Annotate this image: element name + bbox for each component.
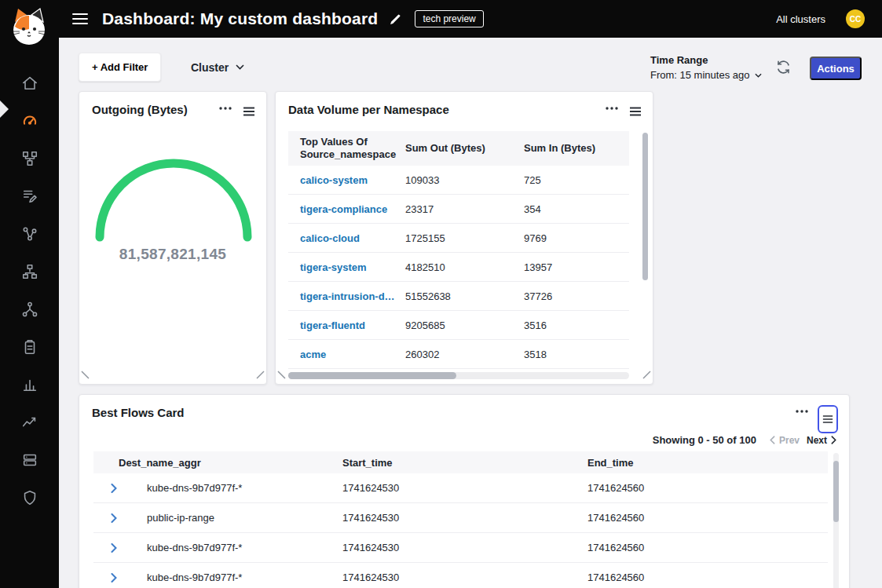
table-row: acme 260302 3518 bbox=[288, 340, 629, 369]
table-row: public-ip-range 1741624530 1741624560 bbox=[93, 503, 828, 533]
resize-handle-icon[interactable] bbox=[642, 368, 651, 382]
chevron-left-icon bbox=[770, 436, 775, 444]
horizontal-scrollbar[interactable] bbox=[288, 372, 456, 379]
workloads-icon[interactable] bbox=[0, 253, 59, 290]
topology-icon[interactable] bbox=[0, 140, 59, 177]
table-row: kube-dns-9b7d977f-* 1741624530 174162456… bbox=[93, 533, 828, 563]
drag-handle-icon[interactable] bbox=[818, 405, 838, 433]
page-title: Dashboard: My custom dashboard bbox=[102, 9, 378, 28]
edit-pencil-icon[interactable] bbox=[389, 13, 402, 26]
drag-handle-icon[interactable] bbox=[243, 107, 255, 116]
flows-table: Dest_name_aggr Start_time End_time kube-… bbox=[93, 451, 828, 588]
sum-in-value: 3518 bbox=[524, 349, 629, 360]
table-row: calico-system 109033 725 bbox=[288, 166, 629, 195]
time-range-dropdown[interactable]: From: 15 minutes ago bbox=[650, 69, 762, 81]
sum-in-value: 3516 bbox=[524, 320, 629, 331]
sum-in-value: 9769 bbox=[524, 232, 629, 244]
prev-label: Prev bbox=[779, 435, 800, 446]
table-row: kube-dns-9b7d977f-* 1741624530 174162456… bbox=[93, 563, 828, 588]
table-row: tigera-intrusion-d… 51552638 37726 bbox=[288, 282, 629, 311]
home-icon[interactable] bbox=[0, 64, 59, 102]
sum-in-value: 13957 bbox=[524, 261, 629, 273]
namespace-link[interactable]: calico-system bbox=[288, 174, 405, 186]
namespace-table: Top Values Of Source_namespace Sum Out (… bbox=[288, 131, 629, 369]
sum-out-value: 4182510 bbox=[405, 261, 524, 273]
column-header: Start_time bbox=[342, 457, 587, 469]
time-range-block: Time Range From: 15 minutes ago bbox=[650, 54, 762, 81]
table-row: calico-cloud 1725155 9769 bbox=[288, 224, 629, 253]
sum-out-value: 23317 bbox=[405, 203, 524, 215]
cluster-selector[interactable]: All clusters bbox=[776, 13, 825, 25]
expand-chevron-icon[interactable] bbox=[93, 484, 147, 493]
start-time: 1741624530 bbox=[342, 572, 587, 583]
namespace-link[interactable]: tigera-compliance bbox=[288, 203, 405, 215]
menu-icon[interactable] bbox=[72, 13, 88, 24]
resize-handle-icon[interactable] bbox=[277, 368, 286, 382]
column-header: End_time bbox=[587, 457, 828, 469]
security-shield-icon[interactable] bbox=[0, 479, 59, 517]
drag-handle-icon[interactable] bbox=[629, 107, 642, 116]
horizontal-scrollbar-track bbox=[288, 372, 629, 379]
resize-handle-icon[interactable] bbox=[256, 368, 265, 382]
gauge-chart bbox=[91, 153, 256, 249]
refresh-icon[interactable] bbox=[775, 59, 792, 79]
policies-icon[interactable] bbox=[0, 177, 59, 215]
prev-button[interactable]: Prev bbox=[770, 435, 800, 446]
data-volume-card: Data Volume per Namespace Top Values Of … bbox=[275, 91, 653, 385]
sum-out-value: 9205685 bbox=[405, 320, 524, 331]
chevron-right-icon bbox=[831, 436, 836, 444]
vertical-scrollbar[interactable] bbox=[833, 461, 839, 522]
cluster-filter-dropdown[interactable]: Cluster bbox=[181, 53, 254, 82]
calico-cat-logo[interactable] bbox=[9, 5, 49, 53]
dashboard-gauge-icon[interactable] bbox=[0, 102, 59, 140]
table-row: kube-dns-9b7d977f-* 1741624530 174162456… bbox=[93, 473, 828, 503]
card-title: Outgoing (Bytes) bbox=[92, 103, 208, 116]
end-time: 1741624560 bbox=[587, 542, 828, 553]
next-button[interactable]: Next bbox=[807, 435, 836, 446]
more-menu-icon[interactable] bbox=[796, 410, 808, 413]
pagination-status: Showing 0 - 50 of 100 bbox=[653, 434, 756, 446]
more-menu-icon[interactable] bbox=[219, 107, 232, 110]
add-filter-button[interactable]: + Add Filter bbox=[79, 53, 161, 82]
avatar[interactable]: CC bbox=[846, 9, 865, 28]
column-header: Dest_name_aggr bbox=[93, 457, 342, 469]
sum-out-value: 109033 bbox=[405, 174, 524, 186]
namespace-link[interactable]: tigera-intrusion-d… bbox=[288, 290, 405, 302]
sidebar bbox=[0, 0, 59, 588]
table-row: tigera-compliance 23317 354 bbox=[288, 195, 629, 224]
card-title: Best Flows Card bbox=[92, 406, 785, 419]
best-flows-card: Best Flows Card Showing 0 - 50 of 100 Pr… bbox=[79, 394, 850, 588]
vertical-scrollbar[interactable] bbox=[642, 133, 648, 280]
column-header: Top Values Of Source_namespace bbox=[288, 136, 405, 162]
more-menu-icon[interactable] bbox=[606, 107, 618, 110]
namespace-link[interactable]: acme bbox=[288, 349, 405, 360]
table-header: Dest_name_aggr Start_time End_time bbox=[93, 451, 828, 473]
namespace-link[interactable]: tigera-fluentd bbox=[288, 320, 405, 331]
resize-handle-icon[interactable] bbox=[81, 368, 90, 382]
actions-button[interactable]: Actions bbox=[810, 57, 862, 80]
expand-chevron-icon[interactable] bbox=[93, 573, 147, 583]
cluster-tree-icon[interactable] bbox=[0, 290, 59, 328]
bar-chart-icon[interactable] bbox=[0, 366, 59, 404]
expand-chevron-icon[interactable] bbox=[93, 513, 147, 523]
main-content: + Add Filter Cluster Time Range From: 15… bbox=[59, 38, 882, 588]
time-range-value: From: 15 minutes ago bbox=[650, 69, 749, 81]
service-graph-icon[interactable] bbox=[0, 215, 59, 253]
time-range-label: Time Range bbox=[650, 54, 762, 66]
compliance-clipboard-icon[interactable] bbox=[0, 328, 59, 366]
start-time: 1741624530 bbox=[342, 542, 587, 553]
column-header: Sum Out (Bytes) bbox=[405, 142, 524, 155]
column-header: Sum In (Bytes) bbox=[524, 142, 629, 155]
namespace-link[interactable]: tigera-system bbox=[288, 261, 405, 273]
sum-out-value: 1725155 bbox=[405, 232, 524, 244]
end-time: 1741624560 bbox=[587, 572, 828, 583]
storage-icon[interactable] bbox=[0, 441, 59, 479]
next-label: Next bbox=[807, 435, 827, 446]
namespace-link[interactable]: calico-cloud bbox=[288, 232, 405, 244]
expand-chevron-icon[interactable] bbox=[93, 543, 147, 553]
trend-chart-icon[interactable] bbox=[0, 404, 59, 441]
sum-in-value: 725 bbox=[524, 174, 629, 186]
pagination: Showing 0 - 50 of 100 Prev Next bbox=[653, 434, 836, 446]
dest-name: kube-dns-9b7d977f-* bbox=[147, 482, 342, 494]
start-time: 1741624530 bbox=[342, 512, 587, 524]
